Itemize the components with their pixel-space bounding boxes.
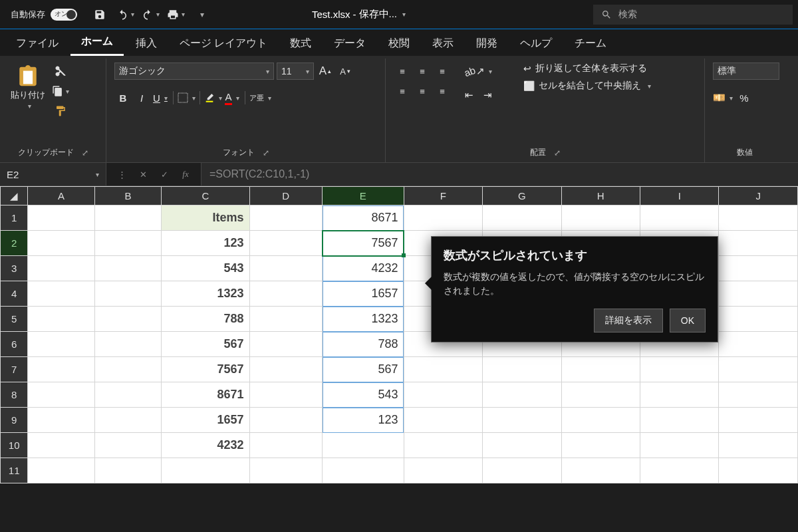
cell[interactable] [404, 205, 482, 231]
font-dialog-launcher-icon[interactable]: ⤢ [263, 148, 269, 158]
cell[interactable] [719, 307, 798, 332]
align-right-icon[interactable]: ≡ [434, 82, 451, 100]
merge-center-button[interactable]: ⬜セルを結合して中央揃え▾ [523, 80, 651, 92]
row-header-1[interactable]: 1 [1, 205, 28, 231]
more-options-icon[interactable]: ⋮ [113, 166, 130, 183]
decrease-indent-icon[interactable]: ⇤ [460, 86, 477, 104]
col-header-H[interactable]: H [561, 187, 640, 205]
cell[interactable] [249, 357, 322, 382]
phonetic-button[interactable]: ア亜▾ [249, 89, 271, 106]
cell[interactable] [561, 433, 640, 458]
tab-home[interactable]: ホーム [70, 29, 124, 56]
font-color-button[interactable]: A▾ [223, 89, 241, 106]
col-header-I[interactable]: I [640, 187, 718, 205]
cut-icon[interactable] [52, 63, 69, 80]
tab-team[interactable]: チーム [564, 31, 617, 56]
cell-C2[interactable]: 123 [162, 231, 249, 256]
clipboard-dialog-launcher-icon[interactable]: ⤢ [82, 148, 88, 158]
autosave-toggle[interactable]: 自動保存 オン [5, 9, 82, 21]
accept-formula-icon[interactable]: ✓ [156, 166, 173, 183]
cell[interactable] [28, 408, 95, 433]
align-top-icon[interactable]: ≡ [394, 63, 411, 80]
cell[interactable] [28, 332, 95, 357]
tab-help[interactable]: ヘルプ [509, 31, 563, 56]
tooltip-details-button[interactable]: 詳細を表示 [594, 309, 663, 332]
cell[interactable] [719, 458, 798, 483]
cell[interactable] [94, 231, 162, 256]
tooltip-ok-button[interactable]: OK [670, 309, 706, 332]
cell[interactable] [249, 458, 322, 483]
cell[interactable] [28, 382, 95, 408]
cell[interactable] [640, 433, 718, 458]
cell[interactable] [249, 205, 322, 231]
cell[interactable] [719, 433, 798, 458]
row-header-5[interactable]: 5 [1, 307, 28, 332]
format-painter-icon[interactable] [52, 102, 69, 120]
formula-input[interactable]: =SORT(C2:C10,1,-1) [201, 163, 798, 186]
cell[interactable] [483, 458, 561, 483]
col-header-A[interactable]: A [28, 187, 95, 205]
cell[interactable] [483, 205, 561, 231]
toggle-switch[interactable]: オン [51, 9, 77, 21]
cell[interactable] [404, 433, 482, 458]
cell[interactable] [249, 382, 322, 408]
tab-review[interactable]: 校閲 [378, 31, 420, 56]
cell-E6[interactable]: 788 [323, 332, 404, 357]
row-header-11[interactable]: 11 [1, 458, 28, 483]
cell[interactable] [249, 231, 322, 256]
col-header-J[interactable]: J [719, 187, 798, 205]
cell[interactable] [28, 256, 95, 281]
cell[interactable] [719, 357, 798, 382]
cell[interactable] [640, 458, 718, 483]
cell-C8[interactable]: 8671 [162, 382, 249, 408]
cell-C3[interactable]: 543 [162, 256, 249, 281]
copy-icon[interactable]: ▾ [52, 82, 69, 100]
cell[interactable] [249, 281, 322, 307]
tab-view[interactable]: 表示 [422, 31, 464, 56]
cell[interactable] [561, 205, 640, 231]
cell[interactable] [561, 357, 640, 382]
tab-page-layout[interactable]: ページ レイアウト [169, 31, 278, 56]
increase-font-icon[interactable]: A▴ [317, 63, 334, 80]
font-size-select[interactable]: 11▾ [277, 63, 314, 80]
cell[interactable] [94, 205, 162, 231]
cell-E7[interactable]: 567 [323, 357, 404, 382]
tab-data[interactable]: データ [323, 31, 376, 56]
col-header-D[interactable]: D [249, 187, 322, 205]
col-header-C[interactable]: C [162, 187, 249, 205]
cell[interactable] [719, 205, 798, 231]
search-box[interactable]: 検索 [593, 5, 793, 25]
cell[interactable] [483, 357, 561, 382]
font-name-select[interactable]: 游ゴシック▾ [114, 63, 274, 80]
cell[interactable] [249, 408, 322, 433]
col-header-B[interactable]: B [94, 187, 162, 205]
cell-E1[interactable]: 8671 [323, 205, 404, 231]
cell[interactable] [28, 458, 95, 483]
tab-insert[interactable]: 挿入 [125, 31, 168, 56]
undo-icon[interactable]: ▾ [116, 5, 134, 24]
cell-C1[interactable]: Items [162, 205, 249, 231]
row-header-10[interactable]: 10 [1, 433, 28, 458]
cell[interactable] [94, 433, 162, 458]
cell[interactable] [561, 408, 640, 433]
align-bottom-icon[interactable]: ≡ [434, 63, 451, 80]
alignment-dialog-launcher-icon[interactable]: ⤢ [554, 148, 561, 158]
row-header-4[interactable]: 4 [1, 281, 28, 307]
cell[interactable] [28, 307, 95, 332]
cell[interactable] [483, 433, 561, 458]
fill-color-button[interactable]: ▾ [204, 89, 222, 106]
cell[interactable] [94, 357, 162, 382]
cell[interactable] [94, 256, 162, 281]
orientation-button[interactable]: ab↗▾ [460, 63, 496, 80]
cell-C9[interactable]: 1657 [162, 408, 249, 433]
cell[interactable] [561, 382, 640, 408]
align-middle-icon[interactable]: ≡ [414, 63, 431, 80]
cell[interactable] [94, 332, 162, 357]
col-header-G[interactable]: G [483, 187, 561, 205]
insert-function-icon[interactable]: fx [177, 166, 194, 183]
cell-C5[interactable]: 788 [162, 307, 249, 332]
row-header-2[interactable]: 2 [1, 231, 28, 256]
cell[interactable] [561, 458, 640, 483]
cell[interactable] [483, 408, 561, 433]
cell-C7[interactable]: 7567 [162, 357, 249, 382]
